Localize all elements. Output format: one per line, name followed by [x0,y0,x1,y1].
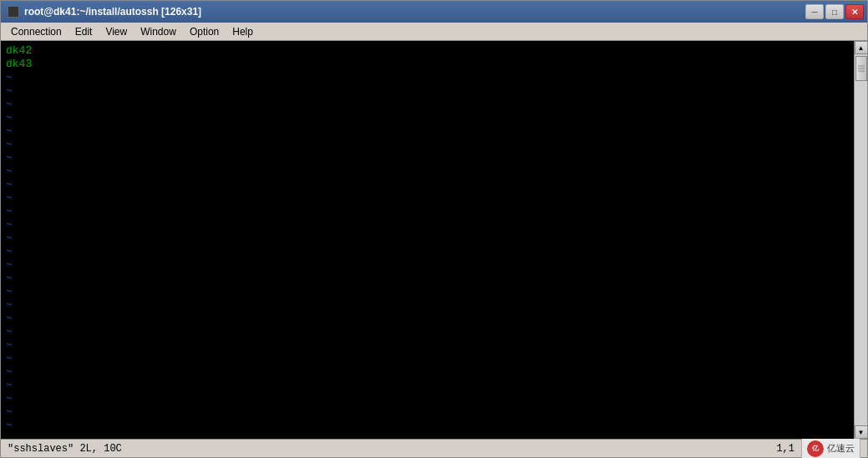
terminal-line: ~ [6,325,849,338]
terminal[interactable]: dk42dk43~~~~~~~~~~~~~~~~~~~~~~~~~~~ [1,41,854,439]
close-button[interactable]: ✕ [845,4,864,19]
terminal-line: ~ [6,312,849,325]
terminal-line: ~ [6,151,849,165]
terminal-line: ~ [6,272,849,285]
terminal-line: dk43 [6,58,849,71]
watermark-text: 亿速云 [827,442,855,455]
terminal-line: ~ [6,352,849,365]
menu-help[interactable]: Help [226,24,260,39]
terminal-line: ~ [6,125,849,138]
scrollbar-up-button[interactable]: ▲ [855,41,868,54]
minimize-button[interactable]: ─ [805,4,824,19]
title-bar: root@dk41:~/install/autossh [126x31] ─ □… [1,1,867,23]
menu-connection[interactable]: Connection [4,24,69,39]
terminal-line: ~ [6,419,849,432]
scrollbar-track[interactable] [855,54,867,425]
terminal-line: ~ [6,111,849,125]
menu-view[interactable]: View [99,24,134,39]
scrollbar-grip [858,66,865,72]
terminal-container: dk42dk43~~~~~~~~~~~~~~~~~~~~~~~~~~~ ▲ ▼ [1,41,867,439]
terminal-line: ~ [6,71,849,84]
maximize-button[interactable]: □ [825,4,844,19]
menu-option[interactable]: Option [183,24,226,39]
status-bar: "sshslaves" 2L, 10C 1,1 亿 亿速云 [1,439,867,457]
terminal-line: ~ [6,392,849,405]
terminal-line: ~ [6,165,849,178]
terminal-line: ~ [6,98,849,111]
scrollbar-thumb[interactable] [855,56,867,81]
terminal-line: ~ [6,285,849,298]
terminal-line: ~ [6,232,849,245]
terminal-line: ~ [6,379,849,392]
terminal-line: ~ [6,178,849,191]
menu-edit[interactable]: Edit [69,24,99,39]
terminal-line: ~ [6,365,849,379]
window-icon [8,6,19,18]
terminal-line: ~ [6,258,849,272]
menu-bar: Connection Edit View Window Option Help [1,23,867,41]
terminal-line: dk42 [6,44,849,58]
menu-window[interactable]: Window [134,24,183,39]
status-file-info: "sshslaves" 2L, 10C [8,443,122,455]
watermark-logo: 亿 [807,440,824,457]
main-window: root@dk41:~/install/autossh [126x31] ─ □… [0,0,868,458]
status-right: 1,1 亿 亿速云 [776,438,860,459]
terminal-line: ~ [6,405,849,419]
terminal-line: ~ [6,138,849,151]
terminal-line: ~ [6,245,849,258]
terminal-line: ~ [6,205,849,218]
scrollbar[interactable]: ▲ ▼ [854,41,867,439]
terminal-line: ~ [6,338,849,352]
window-title: root@dk41:~/install/autossh [126x31] [24,6,201,18]
window-controls: ─ □ ✕ [805,4,864,19]
terminal-line: ~ [6,298,849,312]
terminal-line: ~ [6,191,849,205]
watermark: 亿 亿速云 [801,438,860,459]
status-cursor-position: 1,1 [776,443,794,455]
terminal-line: ~ [6,84,849,98]
terminal-line: ~ [6,218,849,232]
